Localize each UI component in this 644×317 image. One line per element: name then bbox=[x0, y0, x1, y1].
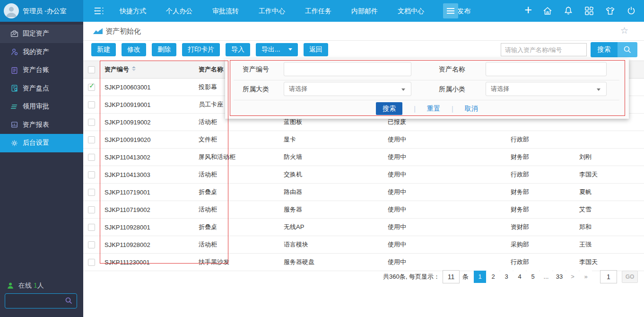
cell-asset-code: SJKP110928002 bbox=[100, 241, 194, 248]
fixed-assets-icon bbox=[10, 30, 18, 38]
topnav-item[interactable]: 审批流转 bbox=[202, 0, 249, 22]
sidebar-item-approval[interactable]: 领用审批 bbox=[0, 97, 83, 116]
row-checkbox[interactable]: ✓ bbox=[88, 136, 95, 143]
category-select[interactable]: 请选择 bbox=[284, 82, 411, 96]
home-icon[interactable] bbox=[542, 6, 553, 16]
page-size-input[interactable] bbox=[443, 270, 460, 283]
search-magnifier-button[interactable] bbox=[618, 42, 637, 57]
subcategory-select[interactable]: 请选择 bbox=[486, 82, 607, 96]
topnav-item[interactable]: 快捷方式 bbox=[110, 0, 156, 22]
asset-name-label: 资产名称 bbox=[439, 62, 465, 76]
cell-asset-code: SJKP110719001 bbox=[100, 189, 194, 196]
topnav-item[interactable]: 文档中心 bbox=[388, 0, 434, 22]
search-input[interactable] bbox=[501, 43, 587, 56]
apps-icon[interactable] bbox=[584, 6, 594, 16]
page-button[interactable]: 5 bbox=[527, 271, 539, 283]
sort-icon[interactable] bbox=[132, 66, 136, 71]
table-row[interactable]: ✓ SJKP110928001 折叠桌 无线AP 使用中 资财部 郑和 bbox=[83, 219, 644, 236]
sidebar-search-input[interactable] bbox=[8, 295, 62, 307]
page-button[interactable]: 33 bbox=[553, 271, 566, 283]
sidebar-item-fixed-assets[interactable]: 固定资产 bbox=[0, 25, 83, 43]
cancel-link[interactable]: 取消 bbox=[465, 105, 478, 113]
row-checkbox[interactable]: ✓ bbox=[88, 101, 95, 108]
category-value: 请选择 bbox=[289, 85, 307, 92]
row-checkbox[interactable]: ✓ bbox=[88, 119, 95, 126]
select-all-checkbox[interactable] bbox=[88, 66, 95, 73]
go-button[interactable]: GO bbox=[622, 271, 638, 283]
table-row[interactable]: ✓ SJKP110413003 活动柜 交换机 使用中 行政部 李国天 bbox=[83, 166, 644, 184]
cell-asset-name: 文件柜 bbox=[194, 135, 279, 144]
page-button[interactable]: 3 bbox=[500, 271, 513, 283]
table-row[interactable]: ✓ SJKP100919020 文件柜 显卡 使用中 行政部 bbox=[83, 131, 644, 149]
print-card-button[interactable]: 打印卡片 bbox=[182, 43, 220, 56]
search-button[interactable]: 搜索 bbox=[591, 42, 618, 57]
asset-name-field[interactable] bbox=[486, 62, 607, 76]
filter-panel: 资产编号 资产名称 所属大类 请选择 所属小类 请选择 搜索 | 重置 | 取消 bbox=[225, 59, 629, 119]
sidebar-item-ledger[interactable]: 资产台账 bbox=[0, 61, 83, 79]
page-button[interactable]: ... bbox=[540, 271, 552, 283]
asset-code-field[interactable] bbox=[284, 62, 411, 76]
more-menu-button[interactable] bbox=[443, 3, 458, 18]
row-checkbox[interactable]: ✓ bbox=[88, 189, 95, 196]
import-button[interactable]: 导入 bbox=[226, 43, 250, 56]
cell-person: 王强 bbox=[574, 240, 644, 249]
cell-asset-code: SJKP100919001 bbox=[100, 101, 194, 108]
table-row[interactable]: ✓ SJKP110719001 折叠桌 路由器 使用中 财务部 夏帆 bbox=[83, 184, 644, 201]
approval-icon bbox=[10, 103, 18, 111]
cell-item: 路由器 bbox=[279, 188, 383, 196]
goto-page-input[interactable] bbox=[600, 270, 617, 283]
row-checkbox[interactable]: ✓ bbox=[88, 154, 95, 161]
table-row[interactable]: ✓ SJKP110719002 活动柜 服务器 使用中 财务部 艾雪 bbox=[83, 201, 644, 219]
export-button[interactable]: 导出... bbox=[256, 43, 298, 56]
app-screen: 管理员 -办公室 快捷方式 个人办公 审批流转 工作中心 工作任务 内部邮件 文… bbox=[0, 0, 644, 317]
bell-icon[interactable] bbox=[563, 6, 574, 16]
user-block[interactable]: 管理员 -办公室 bbox=[0, 0, 83, 22]
topnav-item[interactable]: 工作任务 bbox=[295, 0, 341, 22]
check-icon: ✓ bbox=[89, 81, 95, 90]
topnav-item[interactable]: 个人办公 bbox=[156, 0, 202, 22]
cell-asset-name: 活动柜 bbox=[194, 118, 279, 126]
page-button[interactable]: > bbox=[566, 271, 579, 283]
topnav-item[interactable]: 内部邮件 bbox=[341, 0, 388, 22]
header-asset-code[interactable]: 资产编号 bbox=[100, 65, 194, 74]
page-button[interactable]: 1 bbox=[474, 271, 486, 283]
row-checkbox[interactable]: ✓ bbox=[88, 171, 95, 178]
row-checkbox[interactable]: ✓ bbox=[88, 241, 95, 248]
edit-button[interactable]: 修改 bbox=[122, 43, 146, 56]
plus-icon[interactable]: + bbox=[524, 4, 532, 17]
page-button[interactable]: 2 bbox=[487, 271, 499, 283]
ledger-icon bbox=[10, 66, 18, 74]
row-checkbox[interactable]: ✓ bbox=[88, 259, 95, 266]
page-button[interactable]: 4 bbox=[513, 271, 526, 283]
divider: | bbox=[452, 105, 453, 113]
main-content: 资产初始化 ☆ 新建 修改 删除 打印卡片 导入 导出... 返回 搜索 资产编… bbox=[83, 22, 644, 317]
new-button[interactable]: 新建 bbox=[91, 43, 116, 56]
divider bbox=[234, 100, 619, 100]
sidebar-search-icon[interactable] bbox=[65, 297, 73, 307]
sidebar-item-settings[interactable]: 后台设置 bbox=[0, 134, 83, 152]
online-label: 在线 bbox=[18, 282, 32, 289]
shirt-icon[interactable] bbox=[605, 6, 616, 16]
table-row[interactable]: ✓ SJKP110928002 活动柜 语言模块 使用中 采购部 王强 bbox=[83, 236, 644, 254]
sidebar-item-inventory[interactable]: 资产盘点 bbox=[0, 79, 83, 98]
cell-department: 行政部 bbox=[506, 258, 574, 266]
row-checkbox[interactable]: ✓ bbox=[88, 206, 95, 213]
table-row[interactable]: ✓ SJKP110413002 屏风和活动柜 防火墙 使用中 财务部 刘刚 bbox=[83, 149, 644, 166]
sidebar-item-my-assets[interactable]: 我的资产 bbox=[0, 43, 83, 62]
menu-toggle-icon[interactable] bbox=[93, 6, 105, 16]
sidebar-item-reports[interactable]: 资产报表 bbox=[0, 116, 83, 134]
page-button[interactable]: » bbox=[580, 271, 592, 283]
row-checkbox[interactable]: ✓ bbox=[88, 224, 95, 231]
table-row[interactable]: ✓ SJKP111230001 扶手黑沙发 服务器硬盘 使用中 行政部 李国天 bbox=[83, 254, 644, 271]
cell-asset-code: SJKP100603001 bbox=[100, 84, 194, 91]
row-checkbox[interactable]: ✓ bbox=[88, 84, 95, 91]
cell-item: 服务器硬盘 bbox=[279, 258, 383, 266]
filter-search-button[interactable]: 搜索 bbox=[376, 102, 402, 115]
sidebar-item-label: 资产盘点 bbox=[23, 84, 49, 93]
delete-button[interactable]: 删除 bbox=[152, 43, 176, 56]
reset-link[interactable]: 重置 bbox=[427, 105, 440, 113]
power-icon[interactable] bbox=[626, 6, 636, 16]
favorite-star-icon[interactable]: ☆ bbox=[620, 25, 628, 36]
back-button[interactable]: 返回 bbox=[304, 43, 328, 56]
topnav-item[interactable]: 工作中心 bbox=[249, 0, 295, 22]
